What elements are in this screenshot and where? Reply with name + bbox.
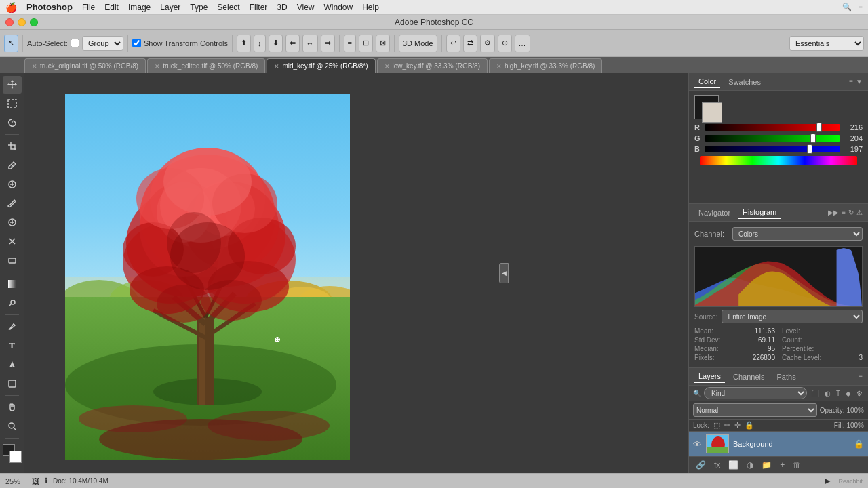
filter-pixel-icon[interactable]: ⬛ (810, 388, 821, 399)
panel-collapse-btn[interactable]: ◀ (499, 263, 509, 283)
tab-close-icon[interactable]: ✕ (274, 63, 279, 70)
image-info-icon[interactable]: ℹ (45, 476, 47, 485)
marquee-tool[interactable] (3, 95, 22, 113)
minimize-button[interactable] (18, 18, 26, 26)
tab-close-icon[interactable]: ✕ (32, 63, 37, 70)
maximize-button[interactable] (30, 18, 38, 26)
show-transform-checkbox[interactable] (132, 39, 141, 47)
menu-select[interactable]: Select (217, 3, 239, 12)
layer-new-icon[interactable]: + (777, 459, 787, 471)
3d-mode-btn[interactable]: 3D Mode (399, 35, 437, 52)
hist-warning-icon[interactable]: ⚠ (856, 209, 863, 216)
layer-delete-icon[interactable]: 🗑 (790, 459, 804, 471)
lock-transparent-icon[interactable]: ⬚ (713, 421, 720, 430)
shape-tool[interactable] (3, 375, 22, 392)
align-right-btn[interactable]: ➡ (321, 35, 335, 52)
tab-close-icon[interactable]: ✕ (384, 63, 390, 70)
tab-histogram[interactable]: Histogram (738, 207, 781, 219)
eyedropper-tool[interactable] (3, 157, 22, 174)
background-color[interactable] (9, 451, 22, 463)
layer-folder-icon[interactable]: 📁 (759, 459, 774, 471)
layer-visibility-icon[interactable]: 👁 (693, 439, 702, 449)
workspace-select[interactable]: Essentials Photography Painting (789, 36, 864, 51)
bg-color-swatch[interactable] (702, 102, 722, 123)
type-tool[interactable]: T (3, 337, 22, 354)
color-collapse-icon[interactable]: ▼ (856, 78, 863, 85)
clone-stamp-tool[interactable] (3, 214, 22, 231)
color-spectrum[interactable] (700, 156, 857, 165)
tab-truck-edited[interactable]: ✕ truck_edited.tif @ 50% (RGB/8) (147, 58, 265, 73)
filter-adjust-icon[interactable]: ◐ (823, 388, 832, 399)
color-settings-icon[interactable]: ≡ (849, 78, 853, 85)
layer-fx-icon[interactable]: fx (711, 459, 723, 471)
spot-heal-tool[interactable] (3, 176, 22, 193)
extras-btn[interactable]: ⊕ (498, 35, 512, 52)
filter-shape-icon[interactable]: ◆ (844, 388, 852, 399)
pen-tool[interactable] (3, 318, 22, 336)
source-select[interactable]: Entire Image Selected Layer (722, 310, 863, 323)
lock-position-icon[interactable]: ✛ (734, 421, 741, 430)
channel-select[interactable]: Colors RGB Red Green Blue (732, 227, 863, 241)
tab-layers[interactable]: Layers (694, 371, 725, 383)
align-hcenter-btn[interactable]: ↔ (302, 35, 318, 52)
layers-kind-select[interactable]: Kind Name Effect Mode Attribute Color (704, 387, 807, 399)
eraser-tool[interactable] (3, 251, 22, 269)
filter-smart-icon[interactable]: ⚙ (855, 388, 864, 399)
tab-paths[interactable]: Paths (773, 371, 800, 382)
hist-expand-icon[interactable]: ▶▶ (828, 209, 839, 216)
menu-view[interactable]: View (297, 3, 315, 12)
layer-adj-icon[interactable]: ◑ (744, 459, 756, 471)
align-bottom-btn[interactable]: ⬇ (269, 35, 283, 52)
image-preview-icon[interactable]: 🖼 (32, 477, 39, 485)
align-top-btn[interactable]: ⬆ (237, 35, 251, 52)
hist-refresh-icon[interactable]: ↻ (848, 209, 854, 216)
hist-menu-icon[interactable]: ≡ (842, 209, 846, 216)
filter-type-text-icon[interactable]: T (835, 388, 842, 399)
move-tool[interactable] (3, 76, 22, 94)
tab-close-icon[interactable]: ✕ (496, 63, 502, 70)
group-select[interactable]: Group Layer (82, 36, 123, 51)
menu-help[interactable]: Help (362, 3, 379, 12)
play-button[interactable]: ▶ (825, 476, 830, 485)
dodge-tool[interactable] (3, 294, 22, 312)
menu-filter[interactable]: Filter (250, 3, 268, 12)
layer-link-icon[interactable]: 🔗 (693, 459, 709, 471)
tab-mid-key[interactable]: ✕ mid_key.tif @ 25% (RGB/8*) (267, 58, 375, 73)
menu-edit[interactable]: Edit (104, 3, 119, 12)
layer-mask-icon[interactable]: ⬜ (726, 459, 741, 471)
history-brush-tool[interactable] (3, 232, 22, 250)
settings-btn[interactable]: ⚙ (480, 35, 495, 52)
menu-image[interactable]: Image (128, 3, 151, 12)
menu-layer[interactable]: Layer (160, 3, 180, 12)
distribute-bottom-btn[interactable]: ⊠ (376, 35, 390, 52)
rotate-btn[interactable]: ↩ (446, 35, 460, 52)
hand-tool[interactable] (3, 399, 22, 416)
close-button[interactable] (5, 18, 14, 26)
tab-channels[interactable]: Channels (729, 371, 768, 382)
tab-color[interactable]: Color (694, 76, 720, 88)
distribute-top-btn[interactable]: ≡ (344, 35, 356, 52)
gradient-tool[interactable] (3, 275, 22, 293)
layers-menu-icon[interactable]: ≡ (859, 373, 863, 380)
list-icon[interactable]: ≡ (859, 3, 863, 12)
crop-tool[interactable] (3, 138, 22, 155)
tab-low-key[interactable]: ✕ low_key.tif @ 33.3% (RGB/8) (377, 58, 488, 73)
tab-swatches[interactable]: Swatches (724, 77, 765, 87)
menu-type[interactable]: Type (190, 3, 208, 12)
path-select-tool[interactable] (3, 356, 22, 373)
menu-3d[interactable]: 3D (277, 3, 287, 12)
tab-high-key[interactable]: ✕ high_key.tif @ 33.3% (RGB/8) (489, 58, 602, 73)
auto-select-checkbox[interactable] (71, 39, 79, 47)
align-vcenter-btn[interactable]: ↕ (254, 35, 266, 52)
fg-color-swatch[interactable] (694, 95, 719, 119)
lock-all-icon[interactable]: 🔒 (745, 421, 754, 430)
more-btn[interactable]: … (515, 35, 530, 52)
blend-mode-select[interactable]: Normal Dissolve Multiply Screen Overlay (693, 403, 817, 417)
layer-row-background[interactable]: 👁 Background 🔒 (689, 432, 868, 456)
menu-file[interactable]: File (82, 3, 95, 12)
menu-window[interactable]: Window (324, 3, 353, 12)
move-tool-btn[interactable]: ↖ (4, 35, 18, 52)
canvas-area[interactable]: ◀ (24, 73, 688, 473)
tab-navigator[interactable]: Navigator (694, 207, 734, 218)
search-icon[interactable]: 🔍 (842, 3, 852, 12)
